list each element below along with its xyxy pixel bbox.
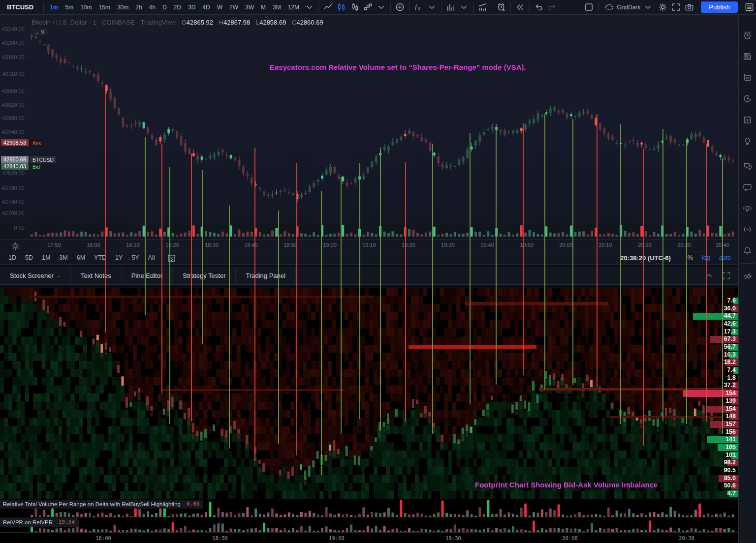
indicator-title[interactable]: Relative Total Volume Per Range on Delta… <box>3 501 181 507</box>
idea-live-icon[interactable] <box>742 203 753 214</box>
timeframe-5m[interactable]: 5m <box>62 2 77 12</box>
lightbulb-idea-icon[interactable] <box>742 136 753 147</box>
timeframe-2W[interactable]: 2W <box>226 2 242 12</box>
tab-trading-panel[interactable]: Trading Panel <box>236 267 295 284</box>
price-tick: 43060.00 <box>0 88 25 94</box>
indicators-fx-icon[interactable]: fx <box>412 0 425 14</box>
settings-gear-icon[interactable] <box>656 0 669 14</box>
timeframe-3W[interactable]: 3W <box>242 2 257 12</box>
goto-date-icon[interactable] <box>165 251 178 265</box>
tab-text-notes[interactable]: Text Notes <box>71 267 121 284</box>
redo-icon[interactable] <box>545 0 559 14</box>
range-buttons: 1D5D1M3M6MYTD1Y5YAll <box>4 253 159 262</box>
timeframe-3D[interactable]: 3D <box>185 2 199 12</box>
price-tick: 43200.00 <box>0 40 25 46</box>
clock-timezone-button[interactable]: 20:38:20 (UTC-6) <box>620 254 671 262</box>
hollow-candles-icon[interactable] <box>348 0 361 14</box>
undo-icon[interactable] <box>532 0 545 14</box>
percent-scale-button[interactable]: % <box>683 253 697 262</box>
forecast-icon[interactable] <box>476 0 489 14</box>
calendar-icon[interactable] <box>742 115 753 125</box>
timeframe-3M[interactable]: 3M <box>269 2 284 12</box>
alarm-clock-icon[interactable] <box>742 30 753 41</box>
collapse-panel-chevron-icon[interactable] <box>704 271 714 281</box>
trend-line-icon[interactable] <box>321 0 335 14</box>
expand-panel-icon[interactable] <box>721 271 731 281</box>
timeframe-M[interactable]: M <box>257 2 269 12</box>
timeframe-1m[interactable]: 1m <box>46 2 62 12</box>
range-All[interactable]: All <box>144 253 159 262</box>
footprint-row-value: 105 <box>701 444 736 451</box>
candlestick-chart-canvas[interactable] <box>0 15 738 240</box>
tab-stock-screener[interactable]: Stock Screener⌄ <box>0 267 71 284</box>
snapshot-camera-icon[interactable] <box>683 0 696 14</box>
chevron-down-icon[interactable] <box>457 0 471 14</box>
log-scale-button[interactable]: log <box>697 253 715 262</box>
symbol-button[interactable]: BTCUSD <box>0 3 41 11</box>
timeframe-10m[interactable]: 10m <box>77 2 95 12</box>
publish-button[interactable]: Publish <box>701 1 738 13</box>
timeframe-4D[interactable]: 4D <box>199 2 213 12</box>
bell-icon[interactable] <box>742 245 753 256</box>
indicator-pane-relvpr: RelVPR on RelVPR 29.54 <box>0 517 738 533</box>
main-chart-pane: Bitcoin / U.S. Dollar · 1 · COINBASE · T… <box>0 15 738 240</box>
layout-name-button[interactable]: GridDark <box>601 2 656 12</box>
footprint-row-value: 44.7 <box>701 312 736 320</box>
footprint-row-value: 42.6 <box>701 320 736 328</box>
timeframe-W[interactable]: W <box>214 2 226 12</box>
time-axis[interactable]: 17:5018:0018:1018:2018:3018:4018:5019:00… <box>0 240 738 251</box>
group-chats-icon[interactable] <box>742 161 753 172</box>
timeframe-2D[interactable]: 2D <box>170 2 185 12</box>
auto-scale-button[interactable]: auto <box>715 253 735 262</box>
timeframe-4h[interactable]: 4h <box>146 2 159 12</box>
compare-plus-icon[interactable] <box>393 0 407 14</box>
price-tick: 42708.00 <box>0 210 25 216</box>
indicator-title[interactable]: RelVPR on RelVPR <box>3 519 53 525</box>
footprint-row-value: 18.2 <box>701 359 736 366</box>
menu-hamburger-icon[interactable] <box>743 0 756 14</box>
bid-price-label: 42840.83 <box>1 163 29 170</box>
bottom-time-label: 20:30 <box>679 535 694 541</box>
timeframe-2h[interactable]: 2h <box>132 2 145 12</box>
range-3M[interactable]: 3M <box>55 253 72 262</box>
range-1Y[interactable]: 1Y <box>111 253 127 262</box>
bar-template-icon[interactable] <box>444 0 457 14</box>
candles-icon[interactable] <box>335 0 348 14</box>
timeframe-D[interactable]: D <box>159 2 170 12</box>
pie-hotlist-icon[interactable] <box>742 93 753 104</box>
alert-clock-icon[interactable] <box>495 0 508 14</box>
relvpr-histogram-canvas[interactable] <box>0 517 738 533</box>
broadcast-icon[interactable] <box>742 224 753 235</box>
replay-icon[interactable] <box>513 0 527 14</box>
timeframe-12M[interactable]: 12M <box>284 2 303 12</box>
footprint-row-value: 67.3 <box>701 335 736 343</box>
watchlist-sparkle-icon[interactable] <box>742 72 753 83</box>
range-1M[interactable]: 1M <box>37 253 55 262</box>
tab-strategy-tester[interactable]: Strategy Tester <box>173 267 236 284</box>
range-1D[interactable]: 1D <box>4 253 21 262</box>
footprint-canvas[interactable] <box>0 288 738 499</box>
collapsed-indicators-badge[interactable]: ⌄ 9 <box>32 29 48 35</box>
indicator-value: 0.03 <box>187 501 200 507</box>
svg-text:f: f <box>415 3 417 10</box>
chevron-down-icon[interactable] <box>303 0 316 14</box>
range-YTD[interactable]: YTD <box>90 253 111 262</box>
bottom-time-axis[interactable]: 18:0018:3019:0019:3020:0020:30 <box>0 533 738 543</box>
chevron-down-icon[interactable] <box>425 0 439 14</box>
fullscreen-icon[interactable] <box>669 0 683 14</box>
tab-pine-editor[interactable]: Pine Editor <box>122 267 173 284</box>
object-zigzag-icon[interactable] <box>742 271 753 282</box>
timeframe-15m[interactable]: 15m <box>95 2 114 12</box>
chevron-down-icon <box>643 2 653 12</box>
layout-select-icon[interactable] <box>582 0 596 14</box>
price-tick: 43110.00 <box>0 71 25 77</box>
chevron-down-icon[interactable] <box>375 0 388 14</box>
news-icon[interactable] <box>742 51 753 62</box>
range-6M[interactable]: 6M <box>72 253 90 262</box>
timeframe-row: 1m5m10m15m30m2h4hD2D3D4DW2W3WM3M12M <box>46 2 303 12</box>
renko-icon[interactable] <box>361 0 375 14</box>
chat-bubble-icon[interactable] <box>742 182 753 193</box>
timeframe-30m[interactable]: 30m <box>114 2 132 12</box>
range-5Y[interactable]: 5Y <box>127 253 143 262</box>
range-5D[interactable]: 5D <box>21 253 37 262</box>
